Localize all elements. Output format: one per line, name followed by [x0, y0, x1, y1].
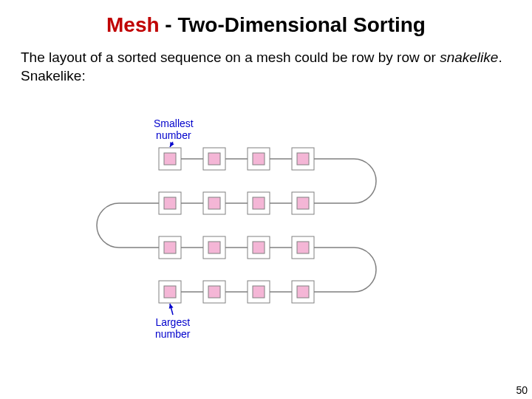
mesh-node: [159, 192, 181, 214]
mesh-node-core: [297, 242, 309, 253]
slide-title: Mesh - Two-Dimensional Sorting: [0, 0, 532, 37]
label-arrow-head: [170, 142, 174, 147]
page-number: 50: [516, 384, 528, 396]
mesh-node-core: [208, 153, 220, 165]
mesh-node: [292, 236, 314, 259]
mesh-node: [203, 281, 225, 303]
body-pre: The layout of a sorted sequence on a mes…: [21, 50, 440, 65]
label-arrow-head: [169, 304, 174, 309]
arrows-group: [169, 142, 174, 315]
body-italic-word: snakelike: [440, 50, 498, 65]
connectors-group: [97, 159, 376, 292]
mesh-node-core: [253, 197, 265, 209]
mesh-node: [292, 148, 314, 170]
title-mesh-word: Mesh: [106, 13, 160, 36]
mesh-node-core: [208, 197, 220, 209]
mesh-node: [248, 192, 270, 214]
nodes-group: [159, 148, 314, 303]
title-rest: - Two-Dimensional Sorting: [160, 13, 426, 36]
mesh-node: [203, 192, 225, 214]
mesh-node-core: [164, 153, 176, 165]
label-arrow-line: [170, 304, 173, 315]
mesh-node-core: [297, 197, 309, 209]
slide-body-text: The layout of a sorted sequence on a mes…: [0, 37, 532, 85]
mesh-node-core: [253, 153, 265, 165]
connector-curve: [97, 203, 159, 248]
mesh-node: [159, 281, 181, 303]
mesh-node: [248, 236, 270, 259]
mesh-node-core: [253, 242, 265, 253]
connector-curve: [314, 248, 376, 292]
mesh-node: [159, 148, 181, 170]
label-smallest: Smallest number: [154, 117, 194, 141]
mesh-node-core: [164, 242, 176, 253]
mesh-node: [203, 236, 225, 259]
mesh-node-core: [297, 286, 309, 298]
mesh-node: [248, 281, 270, 303]
label-arrow-line: [170, 142, 173, 147]
mesh-node-core: [208, 242, 220, 253]
mesh-node: [292, 281, 314, 303]
mesh-node: [203, 148, 225, 170]
mesh-node-core: [253, 286, 265, 298]
mesh-node: [159, 236, 181, 259]
mesh-node: [292, 192, 314, 214]
mesh-node-core: [164, 197, 176, 209]
connector-curve: [314, 159, 376, 203]
mesh-node: [248, 148, 270, 170]
mesh-node-core: [164, 286, 176, 298]
mesh-node-core: [208, 286, 220, 298]
mesh-node-core: [297, 153, 309, 165]
label-largest: Largest number: [155, 316, 190, 340]
